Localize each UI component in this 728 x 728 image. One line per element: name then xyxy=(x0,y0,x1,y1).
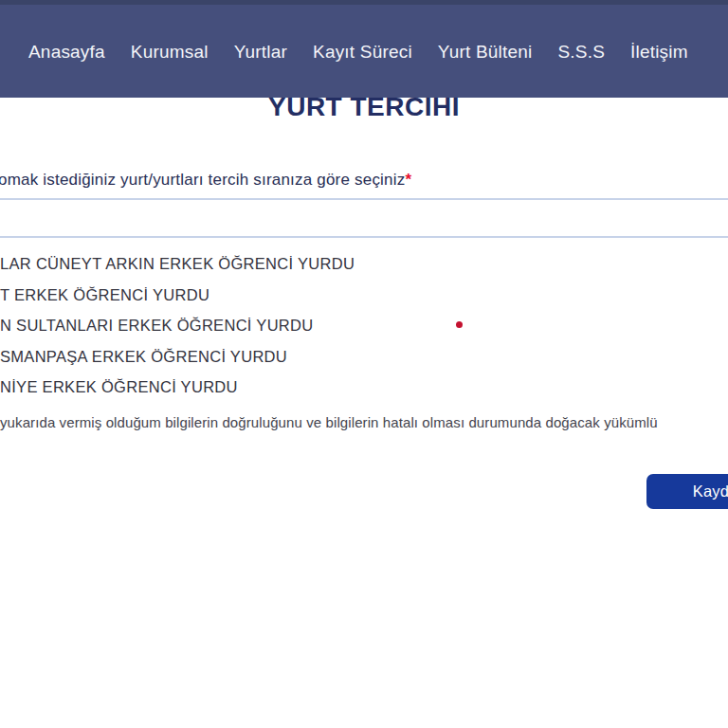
preference-label-text: omak istediğiniz yurt/yurtları tercih sı… xyxy=(0,171,405,189)
dorm-options-list: LAR CÜNEYT ARKIN ERKEK ÖĞRENCİ YURDU T E… xyxy=(0,248,728,403)
nav-item-yurtlar[interactable]: Yurtlar xyxy=(234,42,287,63)
nav-item-sss[interactable]: S.S.S xyxy=(557,42,605,63)
page: Anasayfa Kurumsal Yurtlar Kayıt Süreci Y… xyxy=(0,0,728,728)
preference-label: omak istediğiniz yurt/yurtları tercih sı… xyxy=(0,171,411,190)
dorm-select-input[interactable] xyxy=(0,200,728,236)
dorm-option[interactable]: N SULTANLARI ERKEK ÖĞRENCİ YURDU xyxy=(0,310,728,341)
dorm-option[interactable]: NİYE ERKEK ÖĞRENCİ YURDU xyxy=(0,372,728,403)
nav-item-yurt-bulteni[interactable]: Yurt Bülteni xyxy=(438,42,533,63)
nav-item-anasayfa[interactable]: Anasayfa xyxy=(28,42,105,63)
dorm-option[interactable]: LAR CÜNEYT ARKIN ERKEK ÖĞRENCİ YURDU xyxy=(0,248,728,280)
nav-menu: Anasayfa Kurumsal Yurtlar Kayıt Süreci Y… xyxy=(28,0,688,98)
red-dot-marker xyxy=(456,321,463,328)
save-button[interactable]: Kaydet xyxy=(646,474,728,509)
nav-item-kurumsal[interactable]: Kurumsal xyxy=(131,42,209,63)
dorm-option[interactable]: SMANPAŞA ERKEK ÖĞRENCİ YURDU xyxy=(0,341,728,373)
dorm-select-box[interactable] xyxy=(0,198,728,238)
nav-item-iletisim[interactable]: İletişim xyxy=(630,42,688,63)
required-asterisk: * xyxy=(405,171,411,189)
dorm-option[interactable]: T ERKEK ÖĞRENCİ YURDU xyxy=(0,280,728,311)
agreement-text: yukarıda vermiş olduğum bilgilerin doğru… xyxy=(0,414,728,430)
nav-item-kayit-sureci[interactable]: Kayıt Süreci xyxy=(313,42,412,63)
top-navbar: Anasayfa Kurumsal Yurtlar Kayıt Süreci Y… xyxy=(0,0,728,98)
